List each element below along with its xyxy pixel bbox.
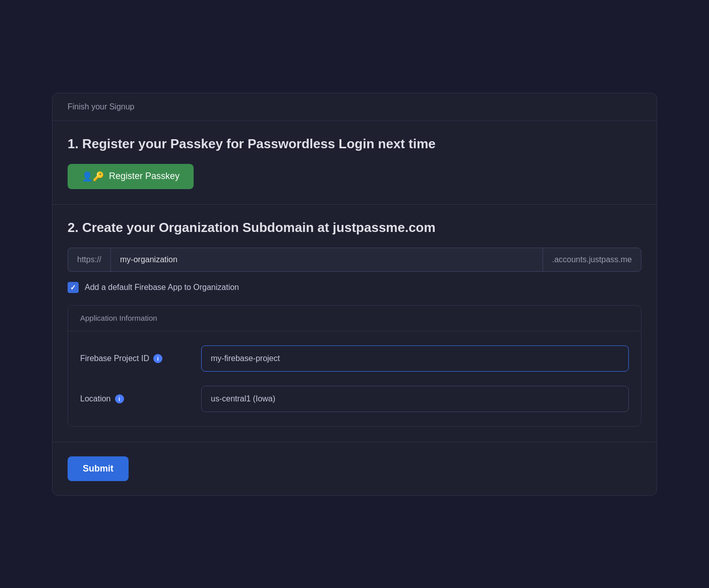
location-label-text: Location <box>80 394 111 403</box>
firebase-checkbox-label: Add a default Firebase App to Organizati… <box>85 283 239 292</box>
page-container: Finish your Signup 1. Register your Pass… <box>52 93 657 496</box>
submit-label: Submit <box>83 463 113 474</box>
section1-title: 1. Register your Passkey for Passwordles… <box>68 136 641 152</box>
location-label: Location i <box>80 394 191 403</box>
subdomain-suffix: .accounts.justpass.me <box>543 248 641 272</box>
firebase-project-id-label-text: Firebase Project ID <box>80 354 149 363</box>
subdomain-row: https:// .accounts.justpass.me <box>68 248 641 272</box>
subdomain-input[interactable] <box>110 248 543 272</box>
app-info-body: Firebase Project ID i Location i <box>68 331 641 426</box>
firebase-project-id-label: Firebase Project ID i <box>80 354 191 363</box>
app-info-header: Application Information <box>68 306 641 331</box>
firebase-checkbox[interactable]: ✓ <box>68 282 79 293</box>
firebase-checkbox-row: ✓ Add a default Firebase App to Organiza… <box>68 282 641 293</box>
firebase-project-id-row: Firebase Project ID i <box>80 345 629 372</box>
location-row: Location i <box>80 386 629 412</box>
page-header-title: Finish your Signup <box>68 102 135 111</box>
section-passkey: 1. Register your Passkey for Passwordles… <box>52 121 657 205</box>
checkmark-icon: ✓ <box>70 283 76 291</box>
page-header: Finish your Signup <box>52 93 657 121</box>
section2-title: 2. Create your Organization Subdomain at… <box>68 220 641 236</box>
location-input[interactable] <box>201 386 629 412</box>
firebase-project-id-info-icon[interactable]: i <box>153 354 162 363</box>
app-info-header-title: Application Information <box>80 314 157 322</box>
firebase-project-id-input[interactable] <box>201 345 629 372</box>
section-subdomain: 2. Create your Organization Subdomain at… <box>52 205 657 442</box>
passkey-icon: 👤🔑 <box>82 171 104 182</box>
register-passkey-button[interactable]: 👤🔑 Register Passkey <box>68 164 194 189</box>
subdomain-prefix: https:// <box>68 248 110 272</box>
location-info-icon[interactable]: i <box>115 394 124 403</box>
register-passkey-label: Register Passkey <box>109 171 180 182</box>
app-info-card: Application Information Firebase Project… <box>68 305 641 427</box>
submit-button[interactable]: Submit <box>68 456 129 481</box>
submit-section: Submit <box>52 442 657 495</box>
